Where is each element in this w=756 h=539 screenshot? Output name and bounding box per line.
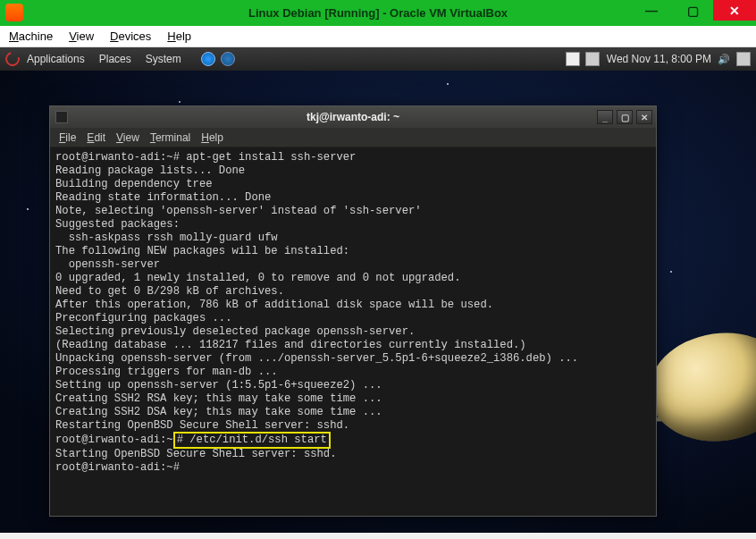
terminal-menu-view[interactable]: View <box>116 131 139 144</box>
virtualbox-titlebar[interactable]: Linux Debian [Running] - Oracle VM Virtu… <box>0 0 756 26</box>
browser-launcher-icon[interactable] <box>201 52 215 66</box>
virtualbox-window: Linux Debian [Running] - Oracle VM Virtu… <box>0 0 756 533</box>
panel-menu-applications[interactable]: Applications <box>27 53 85 65</box>
menu-help[interactable]: Help <box>167 29 191 43</box>
terminal-menubar: File Edit View Terminal Help <box>50 128 656 147</box>
shutdown-icon[interactable] <box>736 52 751 66</box>
virtualbox-title: Linux Debian [Running] - Oracle VM Virtu… <box>248 6 508 20</box>
terminal-menu-file[interactable]: File <box>59 131 76 144</box>
virtualbox-app-icon <box>5 4 23 21</box>
terminal-app-icon <box>55 111 68 123</box>
minimize-button[interactable]: — <box>631 0 672 21</box>
virtualbox-menubar: Machine View Devices Help <box>0 26 756 47</box>
panel-clock[interactable]: Wed Nov 11, 8:00 PM <box>607 53 711 65</box>
highlighted-command: # /etc/init.d/ssh start <box>173 432 331 449</box>
panel-menu-system[interactable]: System <box>146 53 181 65</box>
terminal-title: tkj@irwanto-adi: ~ <box>307 111 399 123</box>
terminal-menu-edit[interactable]: Edit <box>87 131 105 144</box>
notification-icon[interactable] <box>566 52 580 66</box>
terminal-maximize-button[interactable]: ▢ <box>617 110 633 124</box>
panel-menu-places[interactable]: Places <box>99 53 131 65</box>
guest-desktop[interactable]: Applications Places System Wed Nov 11, 8… <box>0 47 756 533</box>
network-icon[interactable] <box>585 52 600 66</box>
window-controls: — ▢ ✕ <box>631 0 756 21</box>
menu-machine[interactable]: Machine <box>9 29 53 43</box>
launcher-icon[interactable] <box>221 52 235 66</box>
terminal-titlebar[interactable]: tkj@irwanto-adi: ~ _ ▢ ✕ <box>50 106 656 128</box>
terminal-window[interactable]: tkj@irwanto-adi: ~ _ ▢ ✕ File Edit View … <box>49 105 657 517</box>
menu-devices[interactable]: Devices <box>110 29 151 43</box>
volume-icon[interactable]: 🔊 <box>717 52 731 66</box>
guest-display: Applications Places System Wed Nov 11, 8… <box>0 47 756 533</box>
terminal-output[interactable]: root@irwanto-adi:~# apt-get install ssh-… <box>50 147 656 516</box>
terminal-menu-help[interactable]: Help <box>201 131 223 144</box>
wallpaper-planet <box>642 324 756 450</box>
close-button[interactable]: ✕ <box>713 0 756 21</box>
gnome-panel: Applications Places System Wed Nov 11, 8… <box>0 47 756 71</box>
maximize-button[interactable]: ▢ <box>672 0 713 21</box>
terminal-menu-terminal[interactable]: Terminal <box>150 131 190 144</box>
debian-swirl-icon[interactable] <box>3 49 22 69</box>
terminal-close-button[interactable]: ✕ <box>636 110 652 124</box>
menu-view[interactable]: View <box>69 29 94 43</box>
terminal-minimize-button[interactable]: _ <box>597 110 613 124</box>
